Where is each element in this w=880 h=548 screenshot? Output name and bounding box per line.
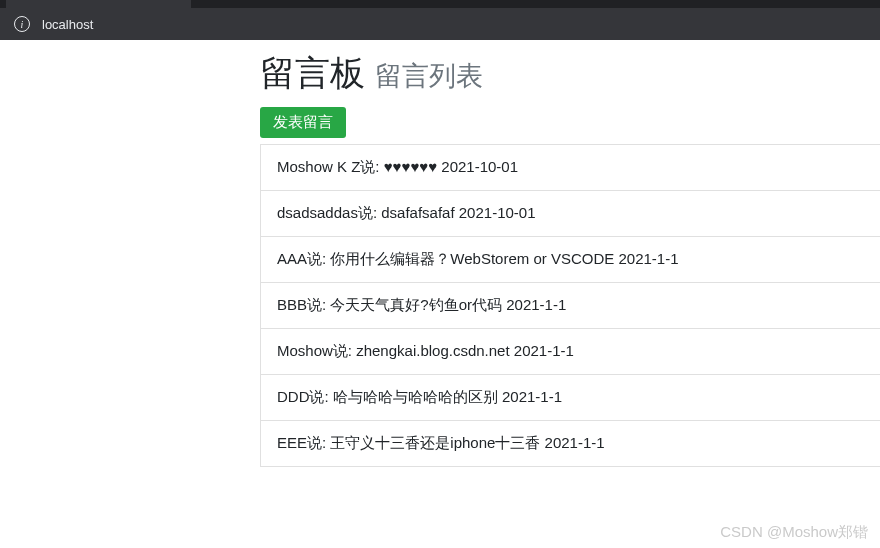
info-icon[interactable]: i	[14, 16, 30, 32]
address-bar[interactable]: i localhost	[0, 8, 880, 40]
browser-tab[interactable]	[6, 0, 191, 8]
list-item: AAA说: 你用什么编辑器？WebStorem or VSCODE 2021-1…	[260, 237, 880, 283]
list-item: Moshow K Z说: ♥♥♥♥♥♥ 2021-10-01	[260, 145, 880, 191]
url-text: localhost	[42, 17, 93, 32]
list-item: Moshow说: zhengkai.blog.csdn.net 2021-1-1	[260, 329, 880, 375]
page-content: 留言板 留言列表 发表留言 Moshow K Z说: ♥♥♥♥♥♥ 2021-1…	[0, 40, 880, 467]
message-list: Moshow K Z说: ♥♥♥♥♥♥ 2021-10-01dsadsaddas…	[260, 144, 880, 467]
tab-strip	[0, 0, 880, 8]
list-item: EEE说: 王守义十三香还是iphone十三香 2021-1-1	[260, 421, 880, 467]
watermark: CSDN @Moshow郑锴	[720, 523, 868, 542]
list-item: BBB说: 今天天气真好?钓鱼or代码 2021-1-1	[260, 283, 880, 329]
title-sub: 留言列表	[375, 61, 483, 91]
list-item: dsadsaddas说: dsafafsafaf 2021-10-01	[260, 191, 880, 237]
title-main: 留言板	[260, 53, 365, 92]
post-message-button[interactable]: 发表留言	[260, 107, 346, 138]
page-title: 留言板 留言列表	[260, 50, 880, 97]
list-item: DDD说: 哈与哈哈与哈哈哈的区别 2021-1-1	[260, 375, 880, 421]
